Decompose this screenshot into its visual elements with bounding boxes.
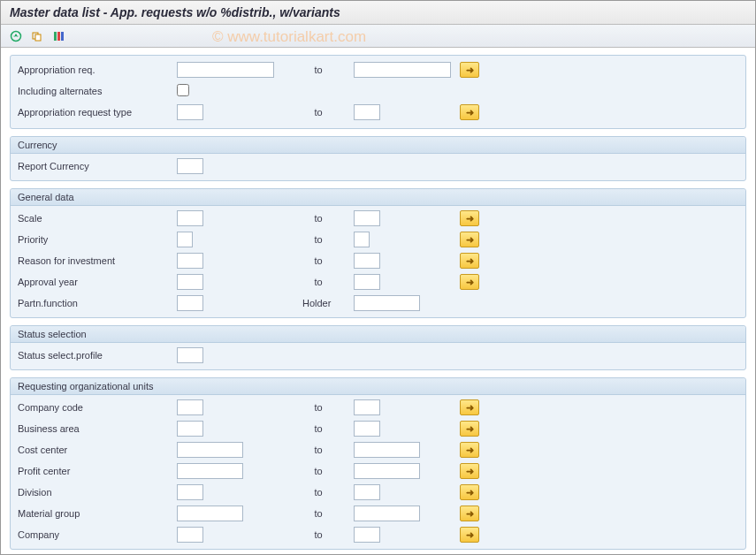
appropriation-type-label: Appropriation request type — [18, 107, 177, 118]
to-label: to — [283, 277, 354, 287]
company-from[interactable] — [177, 527, 203, 543]
multi-select-button[interactable]: ➜ — [460, 62, 479, 78]
material-group-label: Material group — [18, 508, 177, 519]
partn-function-input[interactable] — [177, 295, 203, 311]
appropriation-req-to[interactable] — [354, 62, 451, 78]
to-label: to — [283, 107, 354, 118]
profit-center-to[interactable] — [354, 463, 420, 479]
to-label: to — [283, 255, 354, 266]
primary-selection-block: Appropriation req. to ➜ Including altern… — [10, 55, 746, 129]
division-from[interactable] — [177, 484, 203, 500]
scale-from[interactable] — [177, 210, 203, 226]
svg-rect-4 — [57, 32, 60, 41]
org-units-group-header: Requesting organizational units — [11, 378, 745, 395]
cost-center-from[interactable] — [177, 442, 243, 458]
partn-function-label: Partn.function — [18, 298, 177, 308]
appropriation-req-label: Appropriation req. — [18, 65, 177, 75]
company-label: Company — [18, 529, 177, 540]
to-label: to — [283, 213, 354, 224]
selection-options-button[interactable] — [50, 28, 66, 44]
general-data-group: General data Scale to ➜ Priority to ➜ Re… — [10, 188, 746, 318]
multi-select-button[interactable]: ➜ — [460, 442, 479, 458]
holder-label: Holder — [283, 298, 354, 308]
company-code-label: Company code — [18, 402, 177, 413]
to-label: to — [283, 529, 354, 540]
status-selection-group-header: Status selection — [11, 326, 745, 343]
reason-label: Reason for investment — [18, 255, 177, 266]
multi-select-button[interactable]: ➜ — [460, 506, 479, 521]
to-label: to — [283, 65, 354, 75]
currency-group-header: Currency — [11, 137, 745, 154]
to-label: to — [283, 423, 354, 434]
division-to[interactable] — [354, 484, 380, 500]
to-label: to — [283, 402, 354, 413]
multi-select-button[interactable]: ➜ — [460, 421, 479, 437]
division-label: Division — [18, 487, 177, 498]
company-to[interactable] — [354, 527, 380, 543]
to-label: to — [283, 234, 354, 245]
multi-select-button[interactable]: ➜ — [460, 527, 479, 543]
status-selection-group: Status selection Status select.profile — [10, 325, 746, 370]
priority-label: Priority — [18, 234, 177, 245]
holder-input[interactable] — [354, 295, 420, 311]
window-title: Master data list - App. requests w/o %di… — [1, 1, 755, 25]
company-code-from[interactable] — [177, 399, 203, 415]
to-label: to — [283, 487, 354, 498]
business-area-from[interactable] — [177, 421, 203, 437]
org-units-group: Requesting organizational units Company … — [10, 377, 746, 550]
profit-center-label: Profit center — [18, 466, 177, 476]
multi-select-button[interactable]: ➜ — [460, 274, 479, 290]
cost-center-label: Cost center — [18, 445, 177, 455]
to-label: to — [283, 445, 354, 455]
multi-select-button[interactable]: ➜ — [460, 253, 479, 269]
approval-year-label: Approval year — [18, 277, 177, 287]
report-currency-input[interactable] — [177, 158, 203, 174]
appropriation-type-from[interactable] — [177, 104, 203, 120]
status-profile-input[interactable] — [177, 347, 203, 363]
approval-year-to[interactable] — [354, 274, 380, 290]
report-currency-label: Report Currency — [18, 161, 177, 171]
variants-button[interactable] — [29, 28, 45, 44]
including-alternates-label: Including alternates — [18, 86, 177, 96]
scale-to[interactable] — [354, 210, 380, 226]
currency-group: Currency Report Currency — [10, 136, 746, 181]
to-label: to — [283, 508, 354, 519]
appropriation-req-from[interactable] — [177, 62, 274, 78]
svg-rect-2 — [35, 34, 41, 41]
profit-center-from[interactable] — [177, 463, 243, 479]
toolbar — [1, 25, 755, 48]
execute-button[interactable] — [8, 28, 24, 44]
svg-rect-5 — [61, 32, 64, 41]
multi-select-button[interactable]: ➜ — [460, 399, 479, 415]
reason-from[interactable] — [177, 253, 203, 269]
material-group-from[interactable] — [177, 506, 243, 521]
material-group-to[interactable] — [354, 506, 420, 521]
company-code-to[interactable] — [354, 399, 380, 415]
cost-center-to[interactable] — [354, 442, 420, 458]
priority-from[interactable] — [177, 232, 193, 247]
priority-to[interactable] — [354, 232, 370, 247]
business-area-label: Business area — [18, 423, 177, 434]
including-alternates-checkbox[interactable] — [177, 84, 189, 96]
business-area-to[interactable] — [354, 421, 380, 437]
multi-select-button[interactable]: ➜ — [460, 484, 479, 500]
scale-label: Scale — [18, 213, 177, 224]
general-data-group-header: General data — [11, 189, 745, 206]
appropriation-type-to[interactable] — [354, 104, 380, 120]
svg-rect-3 — [54, 32, 57, 41]
approval-year-from[interactable] — [177, 274, 203, 290]
multi-select-button[interactable]: ➜ — [460, 232, 479, 247]
multi-select-button[interactable]: ➜ — [460, 463, 479, 479]
content-area: Appropriation req. to ➜ Including altern… — [1, 48, 755, 555]
multi-select-button[interactable]: ➜ — [460, 210, 479, 226]
multi-select-button[interactable]: ➜ — [460, 104, 479, 120]
status-profile-label: Status select.profile — [18, 350, 177, 361]
reason-to[interactable] — [354, 253, 380, 269]
to-label: to — [283, 466, 354, 476]
